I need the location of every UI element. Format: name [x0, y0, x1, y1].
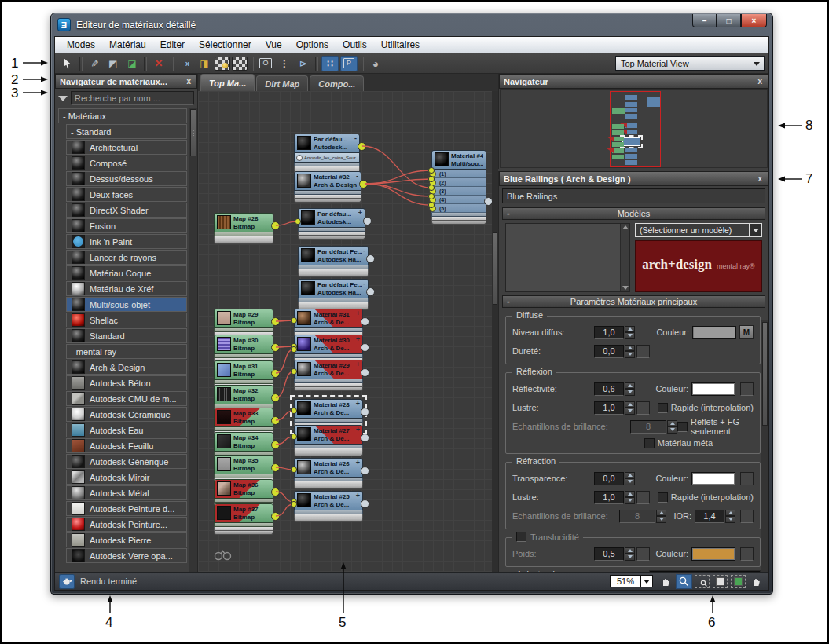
reflectivity-value[interactable]: 0,6 — [594, 382, 624, 396]
browser-scrollbar[interactable] — [189, 108, 197, 572]
translucency-checkbox[interactable] — [516, 532, 526, 542]
material-list-item[interactable]: Multi/sous-objet — [66, 297, 187, 312]
assign-material-to-selection-icon[interactable]: ◩ — [105, 56, 122, 71]
material-list-item[interactable]: Matériau Coque — [66, 265, 187, 280]
main-parameters-rollout-header[interactable]: - Paramètres Matériaux principaux — [502, 295, 765, 308]
filter-funnel-icon[interactable] — [58, 96, 68, 101]
node-collapse-button[interactable]: + — [356, 309, 360, 317]
node-output-connector[interactable] — [363, 217, 372, 225]
background-checker-icon[interactable] — [232, 57, 248, 71]
material-panel-close-icon[interactable]: x — [756, 174, 764, 183]
refraction-samples-spinner[interactable]: 8 — [619, 510, 666, 523]
glossy-samples-value[interactable]: 8 — [630, 420, 666, 434]
node-collapse-button[interactable]: + — [356, 492, 360, 499]
node-graph-view[interactable]: Par défau...Autodesk...-Arrondir_les_coi… — [198, 91, 492, 572]
navigator-close-icon[interactable]: x — [756, 77, 764, 86]
collapse-icon[interactable]: - — [507, 296, 510, 306]
node-mat27[interactable]: Material #27Arch & De...+ — [294, 425, 363, 456]
sub-material-slot[interactable]: (3) — [431, 187, 486, 196]
material-list-item[interactable]: Fusion — [66, 218, 187, 233]
node-collapse-button[interactable]: + — [358, 209, 362, 217]
node-output-connector[interactable] — [361, 368, 369, 377]
material-list-item[interactable]: Autodesk Métal — [66, 485, 187, 500]
node-nodeB[interactable]: Par défau...Autodesk...+ — [298, 208, 365, 240]
menu-item[interactable]: Outils — [336, 39, 374, 50]
node-collapse-button[interactable]: + — [356, 335, 360, 343]
roughness-value[interactable]: 0,0 — [594, 345, 624, 358]
refraction-color-swatch[interactable] — [691, 472, 735, 485]
show-background-icon[interactable] — [215, 57, 230, 71]
reflection-color-swatch[interactable] — [691, 382, 735, 396]
refraction-glossiness-map-button[interactable] — [636, 491, 650, 504]
material-list-item[interactable]: Dessus/dessous — [66, 171, 187, 186]
node-collapse-button[interactable]: - — [354, 134, 357, 142]
material-name-field[interactable] — [502, 188, 765, 203]
templates-rollout-header[interactable]: - Modèles — [502, 207, 765, 220]
parameters-scrollbar[interactable] — [761, 320, 768, 572]
transparency-value[interactable]: 0,0 — [594, 472, 624, 485]
close-button[interactable]: × — [741, 14, 767, 27]
node-output-connector[interactable] — [361, 408, 369, 416]
material-list-item[interactable]: Autodesk Feuillu — [66, 438, 187, 453]
menu-item[interactable]: Utilitaires — [374, 39, 427, 50]
move-children-icon[interactable]: ⇥ — [177, 56, 194, 71]
node-collapse-button[interactable]: - — [363, 247, 365, 254]
node-output-connector[interactable] — [271, 343, 280, 352]
refraction-color-map-button[interactable] — [740, 472, 754, 485]
select-icon[interactable] — [59, 56, 76, 71]
reflection-glossiness-map-button[interactable] — [636, 401, 650, 415]
glossy-samples-spinner[interactable]: 8 — [630, 420, 677, 434]
node-output-connector[interactable] — [271, 463, 280, 472]
graph-scrollbar[interactable] — [492, 91, 498, 572]
material-list-item[interactable]: Standard — [66, 328, 187, 343]
node-collapse-button[interactable]: + — [356, 459, 360, 467]
template-box-scrollbar[interactable] — [620, 224, 629, 291]
refraction-samples-value[interactable]: 8 — [619, 510, 655, 523]
browser-close-icon[interactable]: x — [185, 77, 193, 86]
show-end-result-icon[interactable]: ⋮ — [276, 56, 293, 71]
zoom-extents-icon[interactable] — [712, 574, 728, 589]
node-mat29[interactable]: Material #29Arch & De...+ — [294, 360, 363, 391]
material-list-item[interactable]: Autodesk Céramique — [66, 407, 187, 422]
transparency-spinner[interactable]: 0,0 — [594, 472, 635, 485]
node-output-connector[interactable] — [361, 499, 369, 508]
ior-value[interactable]: 1,4 — [695, 510, 724, 523]
graph-scrollbar-thumb[interactable] — [493, 232, 497, 305]
node-output-connector[interactable] — [359, 180, 368, 188]
node-output-connector[interactable] — [484, 197, 492, 206]
node-output-connector[interactable] — [271, 416, 280, 425]
material-list-item[interactable]: Autodesk Peinture... — [66, 517, 187, 532]
material-list-item[interactable]: Shellac — [66, 313, 187, 327]
view-selector-dropdown[interactable]: Top Material View — [615, 56, 765, 71]
tree-section-header[interactable]: - mental ray — [66, 344, 187, 359]
material-list-item[interactable]: Autodesk Peinture d... — [66, 501, 187, 516]
material-list-item[interactable]: Ink 'n Paint — [66, 234, 187, 249]
hide-unused-nodeslots-icon[interactable]: ◨ — [196, 56, 213, 71]
node-output-connector[interactable] — [271, 369, 280, 378]
material-list-item[interactable]: Lancer de rayons — [66, 250, 187, 265]
node-mat48[interactable]: Material #48Multi/sou...-(1)(2)(3)(4)(5) — [431, 150, 486, 225]
node-output-connector[interactable] — [271, 393, 280, 402]
material-list-item[interactable]: Autodesk Générique — [66, 454, 187, 469]
reflectivity-spinner[interactable]: 0,6 — [594, 382, 635, 396]
node-mat26[interactable]: Material #26Arch & De...+ — [294, 458, 363, 489]
menu-item[interactable]: Vue — [259, 39, 289, 50]
material-list-item[interactable]: Autodesk CMU de m... — [66, 391, 187, 406]
menu-item[interactable]: Editer — [153, 39, 192, 50]
sub-material-slot[interactable]: (5) — [431, 204, 486, 213]
node-output-connector[interactable] — [271, 317, 280, 326]
node-output-connector[interactable] — [361, 343, 369, 352]
material-list-item[interactable]: Arch & Design — [66, 360, 187, 375]
material-list-item[interactable]: Autodesk Miroir — [66, 470, 187, 485]
roughness-map-slot-button[interactable] — [636, 345, 650, 358]
translucency-color-map-button[interactable] — [740, 547, 754, 561]
material-list-item[interactable]: Matériau de Xréf — [66, 281, 187, 296]
pick-material-from-object-icon[interactable]: ✎ — [86, 56, 103, 71]
node-output-connector[interactable] — [361, 434, 369, 442]
material-list-item[interactable]: Deux faces — [66, 187, 187, 202]
zoom-extents-selected-icon[interactable] — [730, 574, 746, 589]
diffuse-color-swatch[interactable] — [692, 326, 736, 339]
node-collapse-button[interactable]: - — [363, 280, 365, 287]
sub-material-slot[interactable]: (4) — [431, 196, 486, 204]
node-collapse-button[interactable]: + — [356, 426, 360, 434]
